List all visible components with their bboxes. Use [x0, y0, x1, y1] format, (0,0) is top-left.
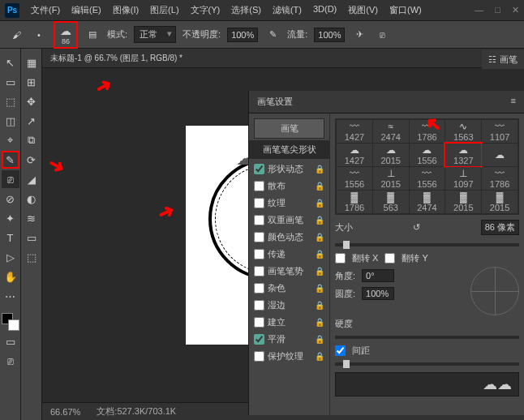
- brush-option-row[interactable]: 形状动态🔒: [249, 161, 329, 178]
- quickmask-toggle[interactable]: ▭: [2, 332, 19, 350]
- menu-image[interactable]: 图像(I): [108, 2, 144, 19]
- brush-cell[interactable]: 〰1556: [337, 167, 372, 190]
- option-checkbox[interactable]: [254, 232, 264, 242]
- lock-icon[interactable]: 🔒: [315, 267, 324, 276]
- lock-icon[interactable]: 🔒: [315, 165, 324, 174]
- brush-presets-button[interactable]: 画笔: [254, 118, 324, 139]
- brush-option-row[interactable]: 建立🔒: [249, 314, 329, 331]
- crop-tool[interactable]: ◫: [2, 112, 19, 130]
- lasso-tool[interactable]: ⬚: [2, 92, 19, 110]
- lock-icon[interactable]: 🔒: [315, 216, 324, 225]
- size-input[interactable]: 86 像素: [481, 220, 519, 235]
- reset-icon[interactable]: ↺: [413, 222, 420, 233]
- brushes-tab[interactable]: ☷ 画笔: [482, 50, 524, 69]
- hardness-slider[interactable]: [335, 336, 519, 339]
- size-slider[interactable]: [335, 243, 519, 246]
- brush-option-row[interactable]: 杂色🔒: [249, 280, 329, 297]
- lock-icon[interactable]: 🔒: [315, 284, 324, 293]
- marquee-tool[interactable]: ▭: [2, 73, 19, 91]
- brush-option-row[interactable]: 画笔笔势🔒: [249, 263, 329, 280]
- quick-select-tool[interactable]: ✥: [23, 92, 41, 110]
- lock-icon[interactable]: 🔒: [315, 318, 324, 327]
- gradient-tool[interactable]: ⊘: [2, 190, 19, 208]
- flipx-checkbox[interactable]: [335, 253, 346, 264]
- lock-icon[interactable]: 🔒: [315, 335, 324, 344]
- frame-tool[interactable]: ⊞: [23, 73, 41, 91]
- brush-cell[interactable]: 〰1427: [337, 120, 372, 143]
- brush-cell[interactable]: ☁2015: [373, 144, 409, 166]
- brush-cell[interactable]: ☁1427: [337, 144, 372, 166]
- flipy-checkbox[interactable]: [384, 253, 395, 264]
- menu-type[interactable]: 文字(Y): [186, 2, 225, 19]
- brush-cell[interactable]: ▓1786: [337, 191, 372, 213]
- blend-mode-dropdown[interactable]: 正常: [134, 26, 176, 43]
- brush-cell[interactable]: ⊥1097: [445, 167, 481, 190]
- lock-icon[interactable]: 🔒: [315, 250, 324, 259]
- option-checkbox[interactable]: [254, 249, 264, 259]
- more-tools[interactable]: ⋯: [2, 287, 19, 305]
- brush-cell[interactable]: ⊥2015: [373, 167, 409, 190]
- angle-input[interactable]: 0°: [362, 269, 394, 282]
- menu-view[interactable]: 视图(V): [343, 2, 383, 19]
- panel-menu-icon[interactable]: ≡: [511, 96, 516, 108]
- brush-cell[interactable]: ▓2015: [482, 191, 518, 213]
- brush-cell[interactable]: ▓563: [373, 191, 409, 213]
- color-swatch[interactable]: [2, 313, 19, 331]
- minimize-button[interactable]: —: [475, 5, 483, 15]
- brush-preset-picker[interactable]: ☁ 86: [54, 21, 78, 49]
- lock-icon[interactable]: 🔒: [315, 233, 324, 242]
- zoom-level[interactable]: 66.67%: [50, 407, 80, 417]
- menu-layer[interactable]: 图层(L): [145, 2, 183, 19]
- brush-tool[interactable]: ✎: [2, 151, 19, 169]
- brush-option-row[interactable]: 纹理🔒: [249, 195, 329, 212]
- lock-icon[interactable]: 🔒: [315, 301, 324, 310]
- menu-edit[interactable]: 编辑(E): [67, 2, 106, 19]
- lock-icon[interactable]: 🔒: [315, 352, 324, 361]
- type-tool[interactable]: T: [2, 229, 19, 246]
- lock-icon[interactable]: 🔒: [315, 182, 324, 191]
- clone-tool[interactable]: ⟳: [23, 151, 41, 169]
- roundness-input[interactable]: 100%: [362, 287, 394, 300]
- pressure-opacity-icon[interactable]: ✎: [264, 27, 281, 43]
- brush-option-row[interactable]: 平滑🔒: [249, 331, 329, 348]
- zoom-tool[interactable]: ⬚: [23, 248, 41, 266]
- brush-cell[interactable]: ☁1327: [445, 144, 481, 166]
- brush-cell[interactable]: ▓2015: [445, 191, 481, 213]
- brush-option-row[interactable]: 颜色动态🔒: [249, 229, 329, 246]
- artboard-tool[interactable]: ▦: [23, 54, 41, 71]
- maximize-button[interactable]: □: [495, 5, 500, 15]
- angle-widget[interactable]: [470, 267, 519, 315]
- move-tool[interactable]: ↖: [2, 54, 19, 71]
- brush-cell[interactable]: ≈2474: [373, 120, 409, 143]
- pressure-size-icon[interactable]: ⎚: [374, 27, 390, 43]
- brush-cell[interactable]: 〰1556: [410, 167, 445, 190]
- brush-cell[interactable]: ∿1563: [445, 120, 481, 143]
- spacing-checkbox[interactable]: [335, 345, 346, 356]
- option-checkbox[interactable]: [254, 266, 264, 276]
- option-checkbox[interactable]: [254, 283, 264, 294]
- menu-filter[interactable]: 滤镜(T): [268, 2, 307, 19]
- pen-tool[interactable]: ≋: [23, 209, 41, 227]
- brush-tip-header[interactable]: 画笔笔尖形状: [249, 140, 329, 159]
- spacing-slider[interactable]: [335, 362, 519, 366]
- brush-option-row[interactable]: 湿边🔒: [249, 297, 329, 314]
- brush-cell[interactable]: ☁1556: [410, 144, 445, 166]
- option-checkbox[interactable]: [254, 164, 264, 174]
- lock-icon[interactable]: 🔒: [315, 199, 324, 208]
- option-checkbox[interactable]: [254, 198, 264, 208]
- brush-option-row[interactable]: 传递🔒: [249, 246, 329, 263]
- heal-tool[interactable]: ⧉: [23, 131, 41, 149]
- history-brush-tool[interactable]: ⎚: [2, 170, 19, 188]
- option-checkbox[interactable]: [254, 300, 264, 311]
- eraser-tool[interactable]: ◢: [23, 170, 41, 188]
- opacity-input[interactable]: 100%: [227, 28, 258, 42]
- brush-option-row[interactable]: 散布🔒: [249, 178, 329, 195]
- brush-option-row[interactable]: 保护纹理🔒: [249, 348, 329, 365]
- brush-option-row[interactable]: 双重画笔🔒: [249, 212, 329, 229]
- brush-cell[interactable]: 〰1786: [482, 167, 518, 190]
- option-checkbox[interactable]: [254, 181, 264, 191]
- option-checkbox[interactable]: [254, 215, 264, 225]
- blur-tool[interactable]: ◐: [23, 190, 41, 208]
- screenmode-toggle[interactable]: ⎚: [2, 352, 19, 370]
- option-checkbox[interactable]: [254, 334, 264, 345]
